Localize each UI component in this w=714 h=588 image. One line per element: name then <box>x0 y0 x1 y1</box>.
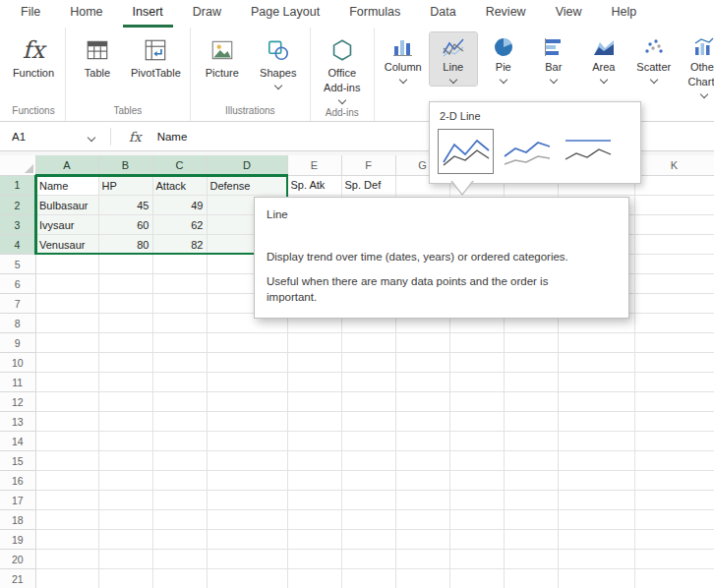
column-header-C[interactable]: C <box>152 155 207 175</box>
cell-F9[interactable] <box>341 333 395 353</box>
cell-K16[interactable] <box>634 471 714 491</box>
cell-F13[interactable] <box>341 412 395 432</box>
cell-D11[interactable] <box>207 373 287 392</box>
cell-G13[interactable] <box>395 412 449 432</box>
cell-F11[interactable] <box>341 373 395 392</box>
cell-F14[interactable] <box>341 432 395 451</box>
cell-A7[interactable] <box>35 294 98 314</box>
cell-F10[interactable] <box>341 353 395 373</box>
tab-home[interactable]: Home <box>60 0 112 28</box>
cell-H12[interactable] <box>449 392 504 412</box>
cell-A4[interactable]: Venusaur <box>35 235 98 255</box>
row-header-16[interactable]: 16 <box>0 471 35 491</box>
cell-G15[interactable] <box>395 451 449 471</box>
cell-D17[interactable] <box>207 491 287 510</box>
column-header-E[interactable]: E <box>287 155 341 175</box>
pivottable-button[interactable]: PivotTable <box>127 32 185 83</box>
cell-C5[interactable] <box>152 255 207 274</box>
cell-E19[interactable] <box>287 530 341 550</box>
cell-K19[interactable] <box>634 530 714 550</box>
cell-B17[interactable] <box>98 491 152 510</box>
cell-I21[interactable] <box>504 569 558 588</box>
cell-K10[interactable] <box>634 353 714 373</box>
bar-chart-button[interactable]: Bar <box>530 32 577 86</box>
area-chart-button[interactable]: Area <box>580 32 627 86</box>
tab-review[interactable]: Review <box>476 0 536 28</box>
cell-H13[interactable] <box>449 412 504 432</box>
cell-H20[interactable] <box>449 550 504 569</box>
cell-J13[interactable] <box>558 412 634 432</box>
cell-E16[interactable] <box>287 471 341 491</box>
tab-help[interactable]: Help <box>602 0 647 28</box>
cell-K8[interactable] <box>634 314 714 333</box>
cell-E11[interactable] <box>287 373 341 392</box>
tab-insert[interactable]: Insert <box>123 0 173 28</box>
cell-I11[interactable] <box>504 373 558 392</box>
row-header-14[interactable]: 14 <box>0 432 35 451</box>
cell-D19[interactable] <box>207 530 287 550</box>
table-button[interactable]: Table <box>71 32 124 83</box>
cell-F21[interactable] <box>341 569 395 588</box>
select-all-corner[interactable] <box>0 155 35 175</box>
cell-C7[interactable] <box>152 294 207 314</box>
row-header-2[interactable]: 2 <box>0 196 35 215</box>
cell-I20[interactable] <box>504 550 558 569</box>
name-box[interactable]: A1 <box>0 131 89 143</box>
cell-F19[interactable] <box>341 530 395 550</box>
cell-C10[interactable] <box>152 353 207 373</box>
row-header-19[interactable]: 19 <box>0 530 35 550</box>
cell-C17[interactable] <box>152 491 207 510</box>
column-header-A[interactable]: A <box>35 155 98 175</box>
cell-I18[interactable] <box>504 510 558 530</box>
row-header-17[interactable]: 17 <box>0 491 35 510</box>
gallery-item-stacked-line[interactable] <box>499 129 555 174</box>
cell-A13[interactable] <box>35 412 98 432</box>
cell-C14[interactable] <box>152 432 207 451</box>
cell-B16[interactable] <box>98 471 152 491</box>
cell-D21[interactable] <box>207 569 287 588</box>
cell-B8[interactable] <box>98 314 152 333</box>
cell-E9[interactable] <box>287 333 341 353</box>
cell-K17[interactable] <box>634 491 714 510</box>
cell-J21[interactable] <box>558 569 634 588</box>
cell-K13[interactable] <box>634 412 714 432</box>
column-header-F[interactable]: F <box>341 155 395 175</box>
cell-D12[interactable] <box>207 392 287 412</box>
cell-A3[interactable]: Ivysaur <box>35 215 98 235</box>
cell-K15[interactable] <box>634 451 714 471</box>
cell-H10[interactable] <box>449 353 504 373</box>
cell-H19[interactable] <box>449 530 504 550</box>
cell-C1[interactable]: Attack <box>152 175 207 196</box>
cell-G19[interactable] <box>395 530 449 550</box>
office-addins-button[interactable]: Office Add-ins <box>316 32 369 106</box>
cell-I13[interactable] <box>504 412 558 432</box>
tab-file[interactable]: File <box>11 0 50 28</box>
cell-H16[interactable] <box>449 471 504 491</box>
cell-J17[interactable] <box>558 491 634 510</box>
cell-D9[interactable] <box>207 333 287 353</box>
cell-A11[interactable] <box>35 373 98 392</box>
cell-I16[interactable] <box>504 471 558 491</box>
formula-fx-icon[interactable]: fx <box>129 129 142 145</box>
tab-formulas[interactable]: Formulas <box>339 0 410 28</box>
tab-data[interactable]: Data <box>420 0 465 28</box>
cell-A8[interactable] <box>35 314 98 333</box>
cell-C2[interactable]: 49 <box>152 196 207 215</box>
cell-C16[interactable] <box>152 471 207 491</box>
cell-H9[interactable] <box>449 333 504 353</box>
cell-B18[interactable] <box>98 510 152 530</box>
cell-C20[interactable] <box>152 550 207 569</box>
gallery-item-100-stacked-line[interactable] <box>560 129 616 174</box>
row-header-12[interactable]: 12 <box>0 392 35 412</box>
cell-F17[interactable] <box>341 491 395 510</box>
cell-K12[interactable] <box>634 392 714 412</box>
cell-D10[interactable] <box>207 353 287 373</box>
cell-J9[interactable] <box>558 333 634 353</box>
cell-J18[interactable] <box>558 510 634 530</box>
tab-page-layout[interactable]: Page Layout <box>241 0 329 28</box>
cell-G21[interactable] <box>395 569 449 588</box>
line-chart-button[interactable]: Line <box>430 32 477 86</box>
cell-B12[interactable] <box>98 392 152 412</box>
function-button[interactable]: fx Function <box>7 32 60 83</box>
row-header-18[interactable]: 18 <box>0 510 35 530</box>
